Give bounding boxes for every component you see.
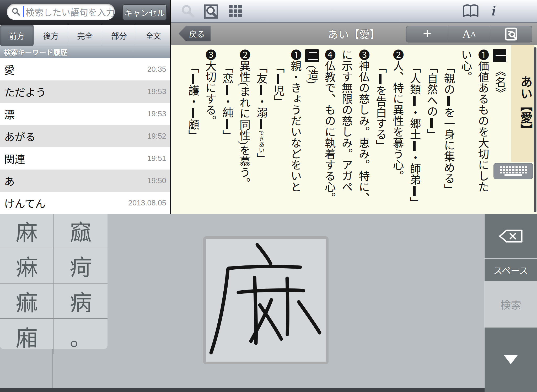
- placeholder-dash: [379, 74, 382, 84]
- info-icon[interactable]: i: [492, 3, 496, 19]
- tab-全文[interactable]: 全文: [136, 25, 170, 46]
- search-button[interactable]: 検索: [485, 281, 537, 327]
- candidate-cell[interactable]: 麻: [0, 214, 54, 248]
- entry-column: 二(造): [304, 49, 320, 214]
- keyboard-dismiss-button[interactable]: [493, 163, 533, 179]
- entry-column: 「護・顧」: [184, 49, 201, 214]
- add-button[interactable]: +: [406, 26, 448, 42]
- history-term: 漂: [4, 106, 15, 122]
- history-row[interactable]: ただよう19:53: [0, 80, 170, 103]
- entry-column: ❸神仏の慈しみ。恵み。特に、: [355, 49, 371, 214]
- placeholder-dash: [430, 118, 433, 128]
- candidate-cell[interactable]: 痲: [0, 284, 54, 318]
- app-screen: 検索したい語句を入力 キャンセル 前方後方完全部分全文 検索キーワード履歴 愛2…: [0, 0, 537, 392]
- section-box: 二: [305, 49, 319, 62]
- history-term: あがる: [4, 129, 36, 144]
- history-time: 19:53: [147, 110, 166, 118]
- history-time: 2013.08.05: [128, 199, 166, 207]
- entry-column: ❷人、特に異性を慕う心。: [389, 49, 405, 214]
- drawing-canvas[interactable]: [203, 236, 329, 364]
- placeholder-dash: [413, 96, 416, 106]
- history-time: 19:50: [147, 176, 166, 185]
- entry-column: 一《名》: [491, 49, 508, 214]
- candidate-row: 麻窳: [0, 214, 108, 248]
- tab-前方[interactable]: 前方: [0, 25, 34, 46]
- entry-column: ❷異性(まれに同性)を慕う。: [235, 49, 252, 214]
- backspace-icon: [497, 228, 524, 244]
- placeholder-dash: [260, 119, 262, 129]
- entry-content[interactable]: あい【愛】 一《名》❶価値あるものを大切にしたい心。「親のを一身に集める」「自然…: [171, 45, 537, 214]
- placeholder-dash: [447, 96, 450, 106]
- down-triangle-icon: [504, 355, 518, 364]
- search-icon[interactable]: [181, 4, 195, 19]
- entry-column: 「を告白する」: [372, 49, 388, 214]
- font-small-label: A: [471, 30, 476, 38]
- search-input[interactable]: 検索したい語句を入力: [7, 4, 115, 20]
- placeholder-dash: [277, 74, 279, 84]
- placeholder-dash: [260, 85, 262, 95]
- handwritten-character: [206, 239, 326, 362]
- history-list: 愛20:35ただよう19:53漂19:53あがる19:52関連19:51あ19:…: [0, 58, 170, 204]
- space-button[interactable]: スペース: [485, 259, 537, 281]
- history-time: 19:53: [147, 87, 166, 96]
- candidate-cell[interactable]: 疴: [54, 248, 108, 283]
- keyboard-down-button[interactable]: [485, 328, 537, 392]
- backspace-button[interactable]: [485, 214, 537, 258]
- tab-完全[interactable]: 完全: [68, 25, 102, 46]
- history-row[interactable]: 漂19:53: [0, 103, 170, 125]
- font-size-button[interactable]: AA: [448, 26, 490, 42]
- search-in-entry-button[interactable]: [490, 26, 532, 42]
- scrollbar[interactable]: [534, 47, 536, 212]
- history-row[interactable]: 関連19:51: [0, 147, 170, 170]
- candidate-cell[interactable]: 窳: [54, 214, 108, 248]
- placeholder-dash: [226, 119, 228, 129]
- text-caret: [23, 6, 24, 17]
- candidate-grid: 麻窳痳疴痲病廂。: [0, 214, 108, 349]
- candidate-cell[interactable]: 廂: [0, 319, 54, 354]
- placeholder-dash: [192, 108, 194, 118]
- viewer-panel: i 戻る あい【愛】 + AA: [171, 0, 537, 214]
- candidate-cell[interactable]: 。: [54, 319, 108, 354]
- entry-headword: あい【愛】: [511, 45, 534, 162]
- keyboard-icon: [499, 166, 528, 177]
- history-term: ただよう: [4, 84, 46, 99]
- tab-後方[interactable]: 後方: [34, 25, 68, 46]
- candidate-cell[interactable]: 病: [54, 284, 108, 318]
- candidate-row: 痲病: [0, 284, 108, 319]
- top-section: 検索したい語句を入力 キャンセル 前方後方完全部分全文 検索キーワード履歴 愛2…: [0, 0, 537, 214]
- bookmarks-icon[interactable]: [462, 4, 479, 18]
- entry-column: ❶親・きょうだいなどをいと: [287, 49, 303, 214]
- history-row[interactable]: 愛20:35: [0, 58, 170, 80]
- history-time: 19:52: [147, 132, 166, 140]
- history-time: 19:51: [147, 154, 166, 163]
- history-time: 20:35: [147, 65, 166, 74]
- search-mode-tabs: 前方後方完全部分全文: [0, 25, 170, 46]
- candidate-cell[interactable]: 痳: [0, 248, 54, 283]
- entry-column: ❸大切にする。: [201, 49, 218, 214]
- grid-icon[interactable]: [229, 5, 242, 17]
- handwriting-keyboard: 麻窳痳疴痲病廂。 スペース 検索: [0, 214, 537, 392]
- ruby-text: できあい: [258, 130, 264, 153]
- entry-column: 「人類・郷土・師弟」: [406, 49, 422, 214]
- entry-column: 「児」: [270, 49, 286, 214]
- font-large-label: A: [462, 28, 471, 41]
- history-row[interactable]: あ19:50: [0, 170, 170, 192]
- placeholder-dash: [226, 85, 228, 95]
- entry-actions: + AA: [406, 26, 532, 42]
- document-search-icon: [504, 27, 518, 41]
- placeholder-dash: [413, 141, 416, 151]
- history-header: 検索キーワード履歴: [0, 46, 170, 58]
- history-row[interactable]: けんてん2013.08.05: [0, 192, 170, 214]
- search-bar: 検索したい語句を入力 キャンセル: [0, 0, 170, 25]
- placeholder-dash: [192, 74, 194, 84]
- section-box: 一: [493, 49, 506, 62]
- entry-column: 「友・溺できあい」: [253, 49, 269, 214]
- candidate-row: 痳疴: [0, 248, 108, 284]
- search-in-page-icon[interactable]: [204, 4, 219, 19]
- tab-部分[interactable]: 部分: [102, 25, 136, 46]
- history-row[interactable]: あがる19:52: [0, 125, 170, 147]
- search-icon: [12, 7, 20, 17]
- search-placeholder: 検索したい語句を入力: [26, 6, 115, 18]
- cancel-button[interactable]: キャンセル: [122, 4, 167, 20]
- entry-column: ❶価値あるものを大切にした: [474, 49, 491, 214]
